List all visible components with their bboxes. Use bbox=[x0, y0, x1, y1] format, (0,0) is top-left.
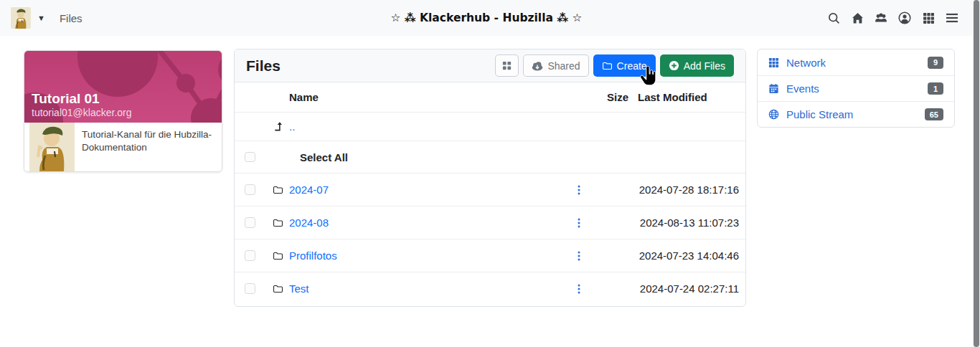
row-menu-icon[interactable] bbox=[570, 185, 588, 195]
channel-name: Tutorial 01 bbox=[32, 91, 132, 107]
channel-address: tutorial01@klacker.org bbox=[32, 107, 132, 118]
top-navbar: ▼ Files ☆ ⁂ Klackerhub - Hubzilla ⁂ ☆ bbox=[0, 0, 973, 36]
table-row: Profilfotos 2024-07-23 14:04:46 bbox=[235, 239, 745, 272]
folder-link[interactable]: 2024-08 bbox=[289, 217, 329, 229]
folder-icon bbox=[273, 185, 289, 195]
row-menu-icon[interactable] bbox=[570, 218, 588, 228]
account-person-circle-icon[interactable] bbox=[898, 11, 911, 24]
folder-icon bbox=[273, 218, 289, 228]
shared-button[interactable]: Shared bbox=[523, 54, 588, 77]
avatar-image bbox=[10, 7, 32, 29]
events-count-badge: 1 bbox=[928, 82, 943, 95]
sidebar-item-label: Public Stream bbox=[786, 108, 853, 120]
table-row: 2024-07 2024-07-28 18:17:16 bbox=[235, 173, 745, 206]
row-checkbox[interactable] bbox=[245, 217, 255, 228]
row-modified: 2024-07-23 14:04:46 bbox=[628, 249, 745, 262]
public-stream-count-badge: 65 bbox=[925, 108, 943, 120]
row-checkbox[interactable] bbox=[245, 184, 255, 195]
folder-icon bbox=[273, 284, 289, 294]
view-toggle-button[interactable] bbox=[495, 54, 519, 77]
create-button-label: Create bbox=[617, 60, 647, 72]
plus-circle-icon bbox=[669, 60, 679, 71]
page: ▼ Files ☆ ⁂ Klackerhub - Hubzilla ⁂ ☆ bbox=[0, 0, 980, 347]
add-files-button-label: Add Files bbox=[684, 60, 725, 72]
add-files-button[interactable]: Add Files bbox=[660, 54, 734, 77]
apps-grid-icon[interactable] bbox=[922, 11, 935, 24]
row-modified: 2024-08-13 11:07:23 bbox=[628, 217, 745, 229]
table-row: 2024-08 2024-08-13 11:07:23 bbox=[235, 206, 745, 239]
sidebar-item-public-stream[interactable]: Public Stream 65 bbox=[758, 101, 954, 127]
folder-icon bbox=[602, 61, 613, 71]
channel-description: Tutorial-Kanal für die Hubzilla-Dokument… bbox=[75, 123, 222, 172]
sidebar-item-label: Network bbox=[786, 57, 826, 69]
create-button[interactable]: Create bbox=[593, 54, 656, 77]
calendar-icon bbox=[768, 83, 780, 95]
grid-view-icon bbox=[501, 60, 512, 71]
row-checkbox[interactable] bbox=[245, 250, 255, 261]
shared-button-label: Shared bbox=[547, 60, 580, 72]
column-header-modified: Last Modified bbox=[628, 91, 745, 103]
select-all-row: Select All bbox=[235, 141, 745, 173]
parent-directory-link[interactable]: .. bbox=[289, 120, 295, 133]
folder-link[interactable]: 2024-07 bbox=[289, 184, 329, 196]
activity-widget: Network 9 Events 1 bbox=[757, 49, 955, 128]
channel-banner: Tutorial 01 tutorial01@klacker.org bbox=[24, 51, 222, 123]
table-row: Test 2024-07-24 02:27:11 bbox=[235, 272, 745, 305]
column-header-name: Name bbox=[289, 91, 570, 103]
sidebar-item-network[interactable]: Network 9 bbox=[758, 49, 954, 75]
select-all-checkbox[interactable] bbox=[245, 152, 255, 163]
home-icon[interactable] bbox=[851, 11, 864, 24]
scrollbar-thumb[interactable] bbox=[974, 0, 979, 347]
folder-link[interactable]: Profilfotos bbox=[289, 249, 337, 262]
cloud-download-icon bbox=[532, 61, 543, 71]
parent-directory-row: .. bbox=[235, 112, 745, 141]
navbar-context-label: Files bbox=[60, 12, 83, 24]
folder-link[interactable]: Test bbox=[289, 282, 309, 295]
hamburger-menu-icon[interactable] bbox=[946, 11, 958, 24]
row-menu-icon[interactable] bbox=[570, 251, 588, 261]
network-count-badge: 9 bbox=[928, 57, 943, 69]
select-all-label: Select All bbox=[289, 151, 348, 163]
column-header-size: Size bbox=[588, 91, 628, 103]
grid-3x3-icon bbox=[768, 57, 780, 68]
files-panel: Files Shared bbox=[234, 49, 746, 307]
page-title: Files bbox=[246, 57, 281, 75]
table-header-row: Name Size Last Modified bbox=[235, 82, 745, 112]
row-checkbox[interactable] bbox=[245, 283, 255, 294]
sidebar-item-label: Events bbox=[786, 82, 819, 95]
folder-icon bbox=[273, 251, 289, 261]
row-modified: 2024-07-24 02:27:11 bbox=[628, 282, 745, 295]
search-icon[interactable] bbox=[827, 11, 840, 24]
page-scrollbar[interactable] bbox=[973, 0, 980, 347]
arrow-up-icon bbox=[273, 121, 289, 132]
row-modified: 2024-07-28 18:17:16 bbox=[628, 184, 745, 196]
sidebar-item-events[interactable]: Events 1 bbox=[758, 75, 954, 101]
files-panel-header: Files Shared bbox=[235, 49, 745, 82]
channel-card: Tutorial 01 tutorial01@klacker.org Tutor… bbox=[24, 50, 222, 172]
channel-avatar[interactable] bbox=[10, 7, 32, 29]
channel-profile-photo bbox=[29, 123, 75, 171]
globe-icon bbox=[768, 109, 780, 120]
chevron-down-icon[interactable]: ▼ bbox=[37, 14, 45, 22]
row-menu-icon[interactable] bbox=[570, 284, 588, 294]
network-people-icon[interactable] bbox=[875, 11, 887, 24]
